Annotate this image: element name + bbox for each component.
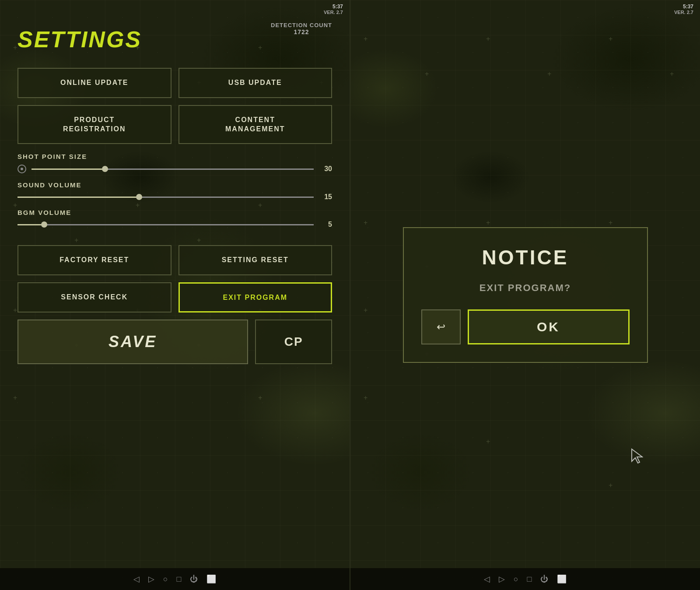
notice-buttons: ↩ OK xyxy=(421,309,630,344)
detection-count-value: 1722 xyxy=(271,28,332,35)
right-time-display: 5:37 xyxy=(674,4,693,10)
right-version-text: VER. 2.7 xyxy=(674,10,693,15)
bgm-volume-value: 5 xyxy=(319,221,332,228)
right-nav-menu-icon[interactable]: □ xyxy=(527,575,532,584)
sound-volume-section: SOUND VOLUME 15 xyxy=(18,181,332,201)
left-panel: + + + + + + + + + + + + + + + + + + 5:37… xyxy=(0,0,350,590)
notice-message: EXIT PROGRAM? xyxy=(421,282,630,294)
bgm-volume-section: BGM VOLUME 5 xyxy=(18,209,332,228)
right-nav-screenshot-icon[interactable]: ⬜ xyxy=(557,574,567,584)
right-nav-home-icon[interactable]: ○ xyxy=(514,575,518,584)
nav-forward-icon[interactable]: ▷ xyxy=(148,574,154,584)
nav-power-icon[interactable]: ⏻ xyxy=(190,575,198,584)
sound-volume-value: 15 xyxy=(319,193,332,201)
exit-program-button[interactable]: EXIT PROGRAM xyxy=(178,282,332,313)
main-button-grid: ONLINE UPDATE USB UPDATE PRODUCTREGISTRA… xyxy=(18,68,332,144)
bgm-volume-label: BGM VOLUME xyxy=(18,209,332,216)
product-registration-button[interactable]: PRODUCTREGISTRATION xyxy=(18,105,172,144)
shot-point-label: SHOT POINT SIZE xyxy=(18,153,332,160)
sensor-check-button[interactable]: SENSOR CHECK xyxy=(18,282,172,313)
shot-point-value: 30 xyxy=(319,165,332,173)
online-update-button[interactable]: ONLINE UPDATE xyxy=(18,68,172,98)
shot-point-icon xyxy=(18,165,26,173)
reset-buttons: FACTORY RESET SETTING RESET xyxy=(18,245,332,275)
sound-volume-slider[interactable] xyxy=(18,197,314,198)
nav-menu-icon[interactable]: □ xyxy=(177,575,182,584)
bgm-volume-slider-row: 5 xyxy=(18,221,332,228)
nav-screenshot-icon[interactable]: ⬜ xyxy=(206,574,216,584)
detection-count-label: DETECTION COUNT xyxy=(271,22,332,28)
shot-point-slider-row: 30 xyxy=(18,165,332,173)
detection-count: DETECTION COUNT 1722 xyxy=(271,22,332,35)
shot-point-slider[interactable] xyxy=(32,169,314,170)
sound-volume-label: SOUND VOLUME xyxy=(18,181,332,189)
notice-dialog: NOTICE EXIT PROGRAM? ↩ OK xyxy=(403,227,648,363)
nav-home-icon[interactable]: ○ xyxy=(163,575,168,584)
save-button[interactable]: SAVE xyxy=(18,320,248,364)
notice-back-button[interactable]: ↩ xyxy=(421,309,461,344)
right-nav-forward-icon[interactable]: ▷ xyxy=(499,574,505,584)
right-nav-bar: ◁ ▷ ○ □ ⏻ ⬜ xyxy=(350,568,700,590)
factory-reset-button[interactable]: FACTORY RESET xyxy=(18,245,172,275)
sound-volume-slider-row: 15 xyxy=(18,193,332,201)
notice-title: NOTICE xyxy=(421,246,630,269)
nav-bar: ◁ ▷ ○ □ ⏻ ⬜ xyxy=(0,568,350,590)
usb-update-button[interactable]: USB UPDATE xyxy=(178,68,332,98)
right-nav-power-icon[interactable]: ⏻ xyxy=(540,575,548,584)
nav-back-icon[interactable]: ◁ xyxy=(133,574,140,584)
right-panel: + + + + + + + + + + + + + + + + 5:37 VER… xyxy=(350,0,700,590)
bgm-volume-slider[interactable] xyxy=(18,224,314,225)
version-text: VER. 2.7 xyxy=(324,10,343,15)
setting-reset-button[interactable]: SETTING RESET xyxy=(178,245,332,275)
cp-button[interactable]: CP xyxy=(255,320,332,364)
version-bar: 5:37 VER. 2.7 xyxy=(324,4,343,15)
time-display: 5:37 xyxy=(324,4,343,10)
save-bar: SAVE CP xyxy=(18,320,332,364)
shot-point-section: SHOT POINT SIZE 30 xyxy=(18,153,332,173)
right-version-bar: 5:37 VER. 2.7 xyxy=(674,4,693,15)
action-buttons: SENSOR CHECK EXIT PROGRAM xyxy=(18,282,332,313)
right-nav-back-icon[interactable]: ◁ xyxy=(484,574,490,584)
content-management-button[interactable]: CONTENTMANAGEMENT xyxy=(178,105,332,144)
notice-ok-button[interactable]: OK xyxy=(468,309,630,344)
